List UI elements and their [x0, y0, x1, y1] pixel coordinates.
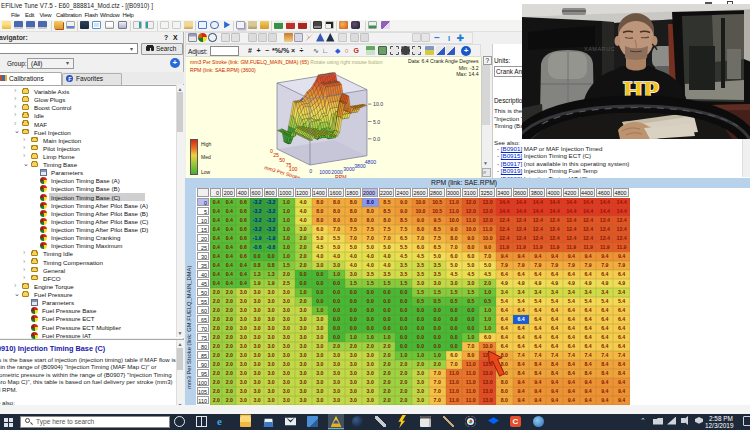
- svg-text:XAMARUC: XAMARUC: [584, 46, 615, 52]
